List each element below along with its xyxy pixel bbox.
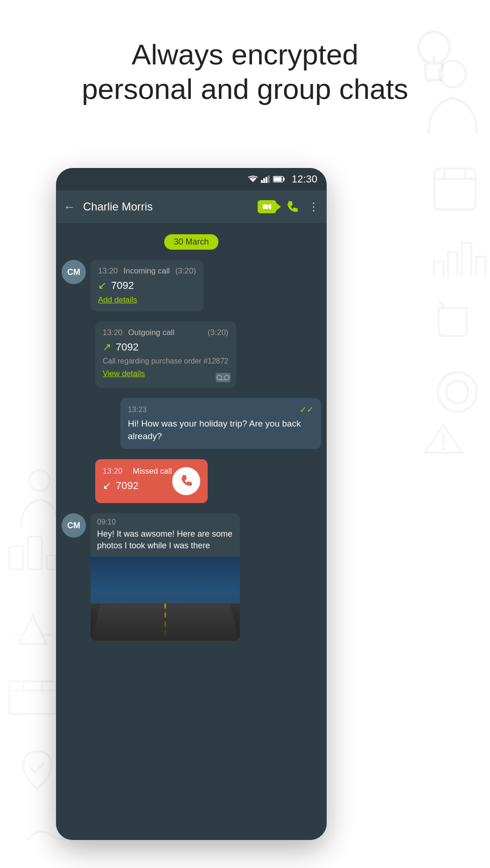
view-details-link[interactable]: View details — [103, 369, 229, 378]
missed-call-number: 7092 — [116, 480, 139, 492]
svg-rect-35 — [91, 603, 240, 640]
svg-marker-36 — [155, 603, 175, 640]
svg-rect-27 — [273, 177, 281, 182]
photo-message-time: 09:10 — [91, 513, 240, 528]
sent-message-bubble: 13:23 ✓✓ Hi! How was your holiday trip? … — [120, 398, 321, 449]
missed-arrow-icon: ↙ — [103, 480, 111, 492]
svg-rect-4 — [434, 168, 476, 210]
photo-message-text: Hey! It was awsome! Here are some photos… — [91, 528, 240, 556]
missed-call-header: 13:20 Missed call — [103, 467, 172, 476]
double-check-icon: ✓✓ — [300, 405, 314, 415]
add-details-link[interactable]: Add details — [98, 295, 196, 305]
photo-message-bubble[interactable]: 09:10 Hey! It was awsome! Here are some … — [91, 513, 240, 640]
svg-point-31 — [217, 375, 222, 380]
battery-icon — [273, 176, 285, 182]
headline: Always encrypted personal and group chat… — [0, 37, 490, 107]
contact-name: Charlie Morris — [83, 200, 250, 213]
voice-call-button[interactable] — [286, 200, 299, 213]
svg-rect-25 — [268, 175, 270, 183]
sent-message-time: 13:23 — [128, 406, 147, 414]
outgoing-call-type: Outgoing call — [128, 328, 175, 337]
svg-rect-17 — [9, 681, 56, 714]
phone-mockup: 12:30 ← Charlie Morris ⋮ 30 March — [56, 168, 327, 840]
svg-rect-29 — [263, 204, 268, 209]
outgoing-call-time: 13:20 — [103, 328, 123, 337]
sent-bubble-header: 13:23 ✓✓ — [128, 405, 314, 415]
missed-call-bubble[interactable]: 13:20 Missed call ↙ 7092 — [95, 459, 208, 503]
svg-rect-28 — [283, 178, 285, 181]
voicemail-icon — [216, 373, 231, 382]
svg-rect-22 — [261, 180, 263, 183]
svg-point-13 — [29, 470, 50, 491]
incoming-call-bubble[interactable]: 13:20 Incoming call (3:20) ↙ 7092 Add de… — [91, 260, 203, 311]
avatar-cm-1: CM — [62, 260, 86, 284]
photo-message-row: CM 09:10 Hey! It was awsome! Here are so… — [56, 511, 327, 643]
headline-line1: Always encrypted — [28, 37, 462, 72]
outgoing-call-bubble[interactable]: 13:20 Outgoing call (3:20) ↗ 7092 Call r… — [95, 322, 236, 388]
svg-point-9 — [438, 372, 477, 412]
svg-marker-21 — [250, 179, 256, 182]
outgoing-arrow-icon: ↗ — [103, 341, 111, 353]
incoming-call-number: 7092 — [111, 280, 134, 292]
chat-area[interactable]: 30 March CM 13:20 Incoming call (3:20) ↙… — [56, 223, 327, 840]
missed-call-content: 13:20 Missed call ↙ 7092 — [103, 467, 172, 496]
status-icons: 12:30 — [248, 173, 317, 185]
svg-rect-14 — [9, 546, 23, 569]
outgoing-call-number: 7092 — [116, 341, 139, 353]
status-bar: 12:30 — [56, 168, 327, 190]
svg-point-10 — [446, 381, 469, 403]
incoming-arrow-icon: ↙ — [98, 280, 106, 292]
call-back-button[interactable] — [172, 467, 200, 495]
outgoing-call-duration: (3:20) — [208, 328, 228, 337]
sent-message-text: Hi! How was your holiday trip? Are you b… — [128, 418, 314, 442]
incoming-call-type: Incoming call — [124, 266, 170, 276]
svg-point-32 — [224, 375, 229, 380]
outgoing-call-number-row: ↗ 7092 — [103, 341, 229, 353]
status-time: 12:30 — [292, 173, 317, 185]
app-bar: ← Charlie Morris ⋮ — [56, 190, 327, 223]
back-button[interactable]: ← — [63, 200, 76, 214]
avatar-cm-2: CM — [62, 513, 86, 538]
svg-rect-34 — [91, 557, 240, 614]
headline-line2: personal and group chats — [28, 72, 462, 106]
date-badge: 30 March — [164, 234, 218, 250]
svg-line-8 — [439, 301, 446, 308]
photo-placeholder — [91, 557, 240, 641]
more-button[interactable]: ⋮ — [308, 200, 319, 213]
svg-rect-24 — [266, 177, 267, 183]
svg-rect-15 — [28, 537, 42, 569]
incoming-call-header: 13:20 Incoming call (3:20) — [98, 266, 196, 276]
video-call-button[interactable] — [258, 200, 276, 213]
outgoing-call-detail: Call regarding purchase order #12872 — [103, 357, 229, 365]
incoming-call-duration: (3:20) — [175, 266, 196, 276]
incoming-call-row: CM 13:20 Incoming call (3:20) ↙ 7092 Add… — [56, 257, 327, 314]
sent-message-row: 13:23 ✓✓ Hi! How was your holiday trip? … — [56, 395, 327, 452]
svg-rect-16 — [47, 555, 56, 569]
outgoing-call-header: 13:20 Outgoing call (3:20) — [103, 328, 229, 337]
incoming-call-time: 13:20 — [98, 266, 118, 276]
app-bar-actions: ⋮ — [258, 200, 319, 213]
svg-marker-37 — [91, 603, 240, 640]
missed-call-time: 13:20 — [103, 467, 123, 476]
missed-call-number-row: ↙ 7092 — [103, 480, 172, 492]
svg-marker-30 — [268, 204, 271, 210]
missed-call-type: Missed call — [133, 467, 172, 476]
incoming-call-number-row: ↙ 7092 — [98, 280, 196, 292]
wifi-icon — [248, 175, 258, 183]
svg-rect-23 — [263, 178, 265, 183]
missed-call-row: 13:20 Missed call ↙ 7092 — [56, 456, 327, 506]
call-back-icon — [179, 474, 193, 488]
outgoing-call-row: 13:20 Outgoing call (3:20) ↗ 7092 Call r… — [56, 319, 327, 391]
svg-point-12 — [442, 448, 445, 450]
date-separator: 30 March — [56, 234, 327, 250]
signal-icon — [261, 175, 270, 183]
